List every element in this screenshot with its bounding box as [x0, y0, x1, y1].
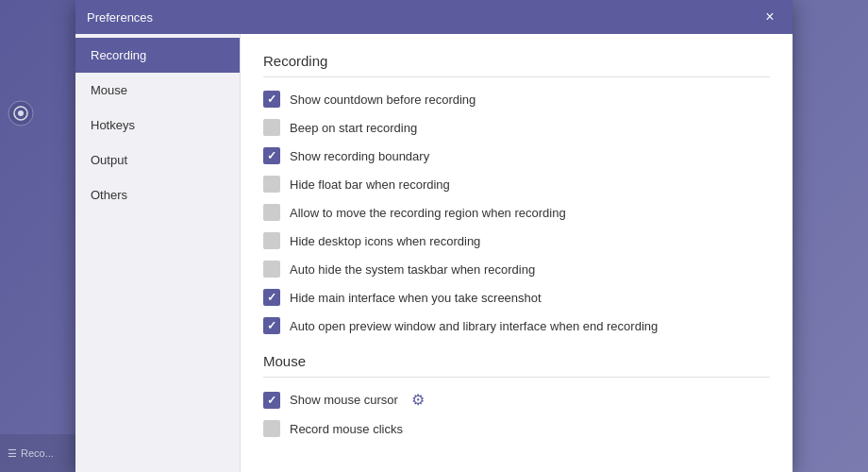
- label-beep: Beep on start recording: [290, 121, 417, 135]
- dialog-body: Recording Mouse Hotkeys Output Others Re…: [75, 34, 793, 472]
- checkbox-main-interface[interactable]: [263, 289, 280, 306]
- checkbox-taskbar[interactable]: [263, 261, 280, 278]
- option-record-clicks: Record mouse clicks: [263, 420, 770, 437]
- sidebar-item-others[interactable]: Others: [75, 177, 240, 212]
- label-taskbar: Auto hide the system taskbar when record…: [290, 262, 535, 277]
- checkbox-desktop-icons[interactable]: [263, 232, 280, 249]
- option-desktop-icons: Hide desktop icons when recording: [263, 232, 770, 249]
- dialog-close-button[interactable]: ×: [759, 6, 781, 28]
- mouse-section-title: Mouse: [263, 353, 770, 378]
- recording-section-title: Recording: [263, 53, 770, 77]
- checkbox-move-region[interactable]: [263, 204, 280, 221]
- option-move-region: Allow to move the recording region when …: [263, 204, 770, 221]
- checkbox-countdown[interactable]: [263, 91, 280, 108]
- option-beep: Beep on start recording: [263, 119, 770, 136]
- label-float-bar: Hide float bar when recording: [290, 177, 450, 192]
- option-boundary: Show recording boundary: [263, 147, 770, 164]
- option-countdown: Show countdown before recording: [263, 91, 770, 108]
- option-show-cursor: Show mouse cursor ⚙: [263, 391, 770, 409]
- checkbox-float-bar[interactable]: [263, 176, 280, 193]
- label-record-clicks: Record mouse clicks: [290, 422, 403, 436]
- sidebar-item-recording[interactable]: Recording: [75, 38, 240, 73]
- dialog-titlebar: Preferences ×: [75, 0, 793, 34]
- sidebar-item-output[interactable]: Output: [75, 143, 240, 177]
- checkbox-show-cursor[interactable]: [263, 392, 280, 409]
- label-auto-open: Auto open preview window and library int…: [290, 319, 658, 333]
- checkbox-record-clicks[interactable]: [263, 420, 280, 437]
- option-main-interface: Hide main interface when you take screen…: [263, 289, 770, 306]
- dialog-title: Preferences: [87, 10, 759, 25]
- recorder-mini: [0, 94, 80, 132]
- sidebar-item-mouse[interactable]: Mouse: [75, 73, 240, 108]
- checkbox-boundary[interactable]: [263, 147, 280, 164]
- label-show-cursor: Show mouse cursor: [290, 393, 398, 407]
- recorder-icon: [8, 100, 34, 126]
- svg-point-2: [18, 110, 24, 116]
- content-area: Recording Show countdown before recordin…: [241, 34, 793, 472]
- label-countdown: Show countdown before recording: [290, 93, 476, 107]
- label-move-region: Allow to move the recording region when …: [290, 206, 566, 220]
- sidebar-item-hotkeys[interactable]: Hotkeys: [75, 108, 240, 143]
- checkbox-auto-open[interactable]: [263, 317, 280, 334]
- label-main-interface: Hide main interface when you take screen…: [290, 291, 542, 305]
- option-float-bar: Hide float bar when recording: [263, 176, 770, 193]
- gear-icon[interactable]: ⚙: [411, 391, 425, 409]
- bottom-bar: ☰ Reco...: [0, 434, 80, 472]
- option-taskbar: Auto hide the system taskbar when record…: [263, 261, 770, 278]
- label-boundary: Show recording boundary: [290, 149, 429, 163]
- bottom-bar-label: Reco...: [21, 447, 54, 459]
- option-auto-open: Auto open preview window and library int…: [263, 317, 770, 334]
- preferences-dialog: Preferences × Recording Mouse Hotkeys Ou…: [75, 0, 793, 472]
- sidebar: Recording Mouse Hotkeys Output Others: [75, 34, 241, 472]
- checkbox-beep[interactable]: [263, 119, 280, 136]
- label-desktop-icons: Hide desktop icons when recording: [290, 234, 480, 248]
